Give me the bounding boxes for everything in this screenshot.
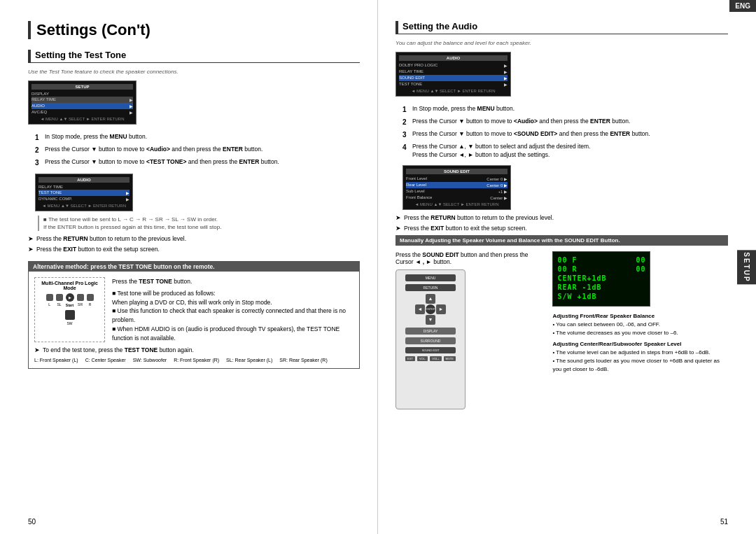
- instructions-right: Press the TEST TONE button. ■ Test tone …: [112, 277, 354, 342]
- section-title-left: Setting the Test Tone: [28, 50, 360, 63]
- dpad: ▲ ◄ ENTER ► ▼: [415, 294, 446, 325]
- subtitle-left: Use the Test Tone feature to check the s…: [28, 69, 360, 75]
- note-item-1: ■ The test tone will be sent to L → C → …: [43, 216, 360, 223]
- screen-row-left: SETUP DISPLAY RELAY TIME▶ AUDIO▶ AVC/EQ▶…: [28, 80, 360, 127]
- step-r2: 2 Press the Cursor ▼ button to move to <…: [402, 118, 728, 127]
- adj-notes: Adjusting Front/Rear Speaker Balance • Y…: [552, 312, 728, 374]
- page-title: Settings (Con't): [28, 21, 360, 39]
- screen-img-right-1: AUDIO DOLBY PRO LOGIC▶ RELAY TIME▶ SOUND…: [396, 52, 511, 97]
- steps-right: 1 In Stop mode, press the MENU button. 2…: [402, 105, 728, 160]
- diagram-label: Multi-Channel Pro Logic Mode L SL: [34, 277, 105, 342]
- screen-row-right: AUDIO DOLBY PRO LOGIC▶ RELAY TIME▶ SOUND…: [396, 52, 728, 99]
- step-1: 1 In Stop mode, press the MENU button.: [35, 133, 360, 143]
- arrow-step-1: ➤ Press the RETURN button to return to t…: [28, 235, 360, 244]
- speaker-labels: L: Front Speaker (L) C: Center Speaker S…: [34, 358, 354, 363]
- screen-img-1: SETUP DISPLAY RELAY TIME▶ AUDIO▶ AVC/EQ▶…: [28, 80, 136, 125]
- end-test-tone: ➤ To end the test tone, press the TEST T…: [34, 346, 354, 355]
- setup-badge: SETUP: [737, 250, 756, 284]
- screen-img-right-2: SOUND EDIT Front LevelCenter 0 ▶ Rear Le…: [402, 165, 511, 210]
- dpad-enter[interactable]: ENTER: [426, 304, 435, 314]
- section-title-right: Setting the Audio: [396, 21, 728, 34]
- step-3: 3 Press the Cursor ▼ button to move to <…: [35, 158, 360, 168]
- sound-edit-text: Press the SOUND EDIT button and then pre…: [396, 251, 544, 265]
- dpad-up[interactable]: ▲: [426, 294, 435, 304]
- display-screen: 00 F00 00 R00 CENTER+1dB REAR -1dB S/W +…: [552, 251, 650, 307]
- manually-box: Manually Adjusting the Speaker Volume an…: [396, 235, 728, 246]
- channel-diagram: Multi-Channel Pro Logic Mode L SL: [34, 277, 354, 342]
- display-col: 00 F00 00 R00 CENTER+1dB REAR -1dB S/W +…: [552, 251, 728, 409]
- arrow-step-2: ➤ Press the EXIT button to exit the setu…: [28, 246, 360, 254]
- dpad-down[interactable]: ▼: [426, 315, 435, 325]
- eng-badge: ENG: [729, 0, 756, 12]
- step-2: 2 Press the Cursor ▼ button to move to <…: [35, 146, 360, 155]
- step-r4: 4 Press the Cursor ▲, ▼ button to select…: [402, 143, 728, 160]
- dpad-right[interactable]: ►: [436, 304, 446, 314]
- step-r1: 1 In Stop mode, press the MENU button.: [402, 105, 728, 115]
- display-line-center: CENTER+1dB: [557, 274, 645, 282]
- display-line-r: 00 R00: [557, 265, 645, 273]
- arrow-step-r2: ➤ Press the EXIT button to exit the setu…: [396, 225, 728, 233]
- display-line-f: 00 F00: [557, 256, 645, 264]
- screen-row-2: AUDIO RELAY TIME TEST TONE▶ DYNAMIC COMP…: [35, 174, 360, 211]
- note-item-2: If the ENTER button is pressed again at …: [43, 223, 360, 231]
- screen-row-right-2: SOUND EDIT Front LevelCenter 0 ▶ Rear Le…: [402, 165, 728, 210]
- steps-left: 1 In Stop mode, press the MENU button. 2…: [35, 133, 360, 168]
- subtitle-right: You can adjust the balance and level for…: [396, 40, 728, 46]
- display-line-rear: REAR -1dB: [557, 283, 645, 291]
- arrow-step-r1: ➤ Press the RETURN button to return to t…: [396, 214, 728, 223]
- step-r3: 3 Press the Cursor ▼ button to move to <…: [402, 130, 728, 140]
- note-box-left: ■ The test tone will be sent to L → C → …: [38, 216, 360, 231]
- page-number-left: 50: [28, 518, 36, 526]
- screen-img-2: AUDIO RELAY TIME TEST TONE▶ DYNAMIC COMP…: [35, 174, 133, 211]
- remote-control: MENU RETURN ▲ ◄ ENTER ► ▼ DISPLAY: [396, 269, 465, 409]
- adj-front-title: Adjusting Front/Rear Speaker Balance: [552, 312, 728, 321]
- left-page: Settings (Con't) Setting the Test Tone U…: [0, 0, 378, 534]
- dpad-left[interactable]: ◄: [415, 304, 425, 314]
- display-line-sw: S/W +1dB: [557, 293, 645, 300]
- page-number-right: 51: [720, 518, 728, 526]
- alt-method-title: Alternative method: press the TEST TONE …: [29, 262, 359, 272]
- two-col: Press the SOUND EDIT button and then pre…: [396, 251, 728, 409]
- adj-center-title: Adjusting Center/Rear/Subwoofer Speaker …: [552, 340, 728, 349]
- alt-method-box: Alternative method: press the TEST TONE …: [28, 261, 360, 369]
- page: Settings (Con't) Setting the Test Tone U…: [0, 0, 756, 534]
- remote-col: Press the SOUND EDIT button and then pre…: [396, 251, 544, 409]
- right-page: ENG Setting the Audio You can adjust the…: [378, 0, 756, 534]
